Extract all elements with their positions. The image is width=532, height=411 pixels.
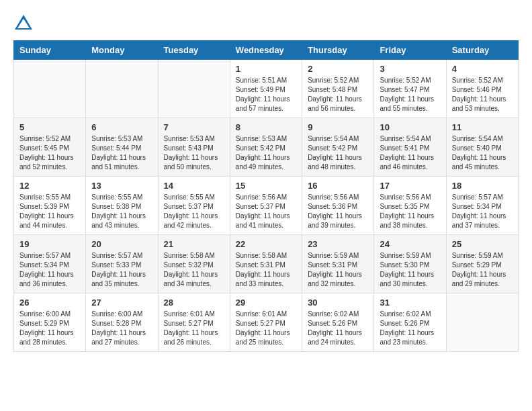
calendar-cell: 27Sunrise: 6:00 AMSunset: 5:28 PMDayligh… xyxy=(86,293,158,352)
calendar-cell: 29Sunrise: 6:01 AMSunset: 5:27 PMDayligh… xyxy=(230,293,302,352)
day-number: 26 xyxy=(19,298,80,308)
day-info: Sunrise: 6:00 AMSunset: 5:29 PMDaylight:… xyxy=(19,310,80,347)
calendar-cell: 21Sunrise: 5:58 AMSunset: 5:32 PMDayligh… xyxy=(158,235,230,293)
calendar-cell xyxy=(14,60,86,118)
calendar-cell xyxy=(446,293,518,352)
calendar-cell: 12Sunrise: 5:55 AMSunset: 5:39 PMDayligh… xyxy=(14,177,86,235)
day-number: 8 xyxy=(236,122,296,132)
day-header-wednesday: Wednesday xyxy=(230,41,302,60)
calendar-cell: 16Sunrise: 5:56 AMSunset: 5:36 PMDayligh… xyxy=(302,177,374,235)
calendar-cell: 20Sunrise: 5:57 AMSunset: 5:33 PMDayligh… xyxy=(86,235,158,293)
day-info: Sunrise: 5:54 AMSunset: 5:42 PMDaylight:… xyxy=(308,134,368,172)
day-number: 2 xyxy=(308,64,368,74)
day-number: 27 xyxy=(91,298,152,308)
day-header-friday: Friday xyxy=(374,41,446,60)
calendar-header-row: SundayMondayTuesdayWednesdayThursdayFrid… xyxy=(14,41,519,60)
calendar-week-5: 26Sunrise: 6:00 AMSunset: 5:29 PMDayligh… xyxy=(14,293,519,352)
day-info: Sunrise: 5:54 AMSunset: 5:40 PMDaylight:… xyxy=(452,134,513,172)
day-header-tuesday: Tuesday xyxy=(158,41,230,60)
calendar-cell: 15Sunrise: 5:56 AMSunset: 5:37 PMDayligh… xyxy=(230,177,302,235)
day-info: Sunrise: 5:55 AMSunset: 5:37 PMDaylight:… xyxy=(164,193,224,230)
calendar-cell: 8Sunrise: 5:53 AMSunset: 5:42 PMDaylight… xyxy=(230,118,302,177)
calendar-week-2: 5Sunrise: 5:52 AMSunset: 5:45 PMDaylight… xyxy=(14,118,519,177)
day-info: Sunrise: 5:55 AMSunset: 5:38 PMDaylight:… xyxy=(91,193,152,230)
logo xyxy=(13,13,36,34)
calendar-cell: 18Sunrise: 5:57 AMSunset: 5:34 PMDayligh… xyxy=(446,177,518,235)
day-number: 30 xyxy=(308,298,368,308)
logo-icon xyxy=(13,13,34,34)
day-number: 7 xyxy=(164,122,224,132)
calendar-cell: 3Sunrise: 5:52 AMSunset: 5:47 PMDaylight… xyxy=(374,60,446,118)
day-number: 14 xyxy=(164,181,224,191)
day-info: Sunrise: 5:52 AMSunset: 5:47 PMDaylight:… xyxy=(380,76,440,113)
day-info: Sunrise: 5:55 AMSunset: 5:39 PMDaylight:… xyxy=(19,193,80,230)
day-info: Sunrise: 6:02 AMSunset: 5:26 PMDaylight:… xyxy=(380,310,440,347)
day-header-thursday: Thursday xyxy=(302,41,374,60)
calendar-cell: 10Sunrise: 5:54 AMSunset: 5:41 PMDayligh… xyxy=(374,118,446,177)
day-info: Sunrise: 5:59 AMSunset: 5:31 PMDaylight:… xyxy=(308,251,368,289)
calendar-cell: 1Sunrise: 5:51 AMSunset: 5:49 PMDaylight… xyxy=(230,60,302,118)
day-info: Sunrise: 6:01 AMSunset: 5:27 PMDaylight:… xyxy=(164,310,224,347)
day-info: Sunrise: 5:59 AMSunset: 5:30 PMDaylight:… xyxy=(380,251,440,289)
day-info: Sunrise: 5:56 AMSunset: 5:37 PMDaylight:… xyxy=(236,193,296,230)
day-info: Sunrise: 5:53 AMSunset: 5:43 PMDaylight:… xyxy=(164,134,224,172)
day-info: Sunrise: 5:53 AMSunset: 5:42 PMDaylight:… xyxy=(236,134,296,172)
day-header-saturday: Saturday xyxy=(446,41,518,60)
calendar-week-1: 1Sunrise: 5:51 AMSunset: 5:49 PMDaylight… xyxy=(14,60,519,118)
day-number: 13 xyxy=(91,181,152,191)
day-info: Sunrise: 5:58 AMSunset: 5:32 PMDaylight:… xyxy=(164,251,224,289)
day-number: 10 xyxy=(380,122,440,132)
day-info: Sunrise: 6:00 AMSunset: 5:28 PMDaylight:… xyxy=(91,310,152,347)
calendar-week-3: 12Sunrise: 5:55 AMSunset: 5:39 PMDayligh… xyxy=(14,177,519,235)
calendar-cell: 19Sunrise: 5:57 AMSunset: 5:34 PMDayligh… xyxy=(14,235,86,293)
day-number: 21 xyxy=(164,239,224,249)
calendar-cell xyxy=(158,60,230,118)
day-info: Sunrise: 6:01 AMSunset: 5:27 PMDaylight:… xyxy=(236,310,296,347)
day-number: 5 xyxy=(19,122,80,132)
day-number: 17 xyxy=(380,181,440,191)
calendar-week-4: 19Sunrise: 5:57 AMSunset: 5:34 PMDayligh… xyxy=(14,235,519,293)
calendar-cell: 9Sunrise: 5:54 AMSunset: 5:42 PMDaylight… xyxy=(302,118,374,177)
calendar-cell: 2Sunrise: 5:52 AMSunset: 5:48 PMDaylight… xyxy=(302,60,374,118)
calendar-cell: 7Sunrise: 5:53 AMSunset: 5:43 PMDaylight… xyxy=(158,118,230,177)
day-info: Sunrise: 5:59 AMSunset: 5:29 PMDaylight:… xyxy=(452,251,513,289)
day-info: Sunrise: 5:58 AMSunset: 5:31 PMDaylight:… xyxy=(236,251,296,289)
day-number: 20 xyxy=(91,239,152,249)
day-header-monday: Monday xyxy=(86,41,158,60)
day-number: 24 xyxy=(380,239,440,249)
calendar-cell: 14Sunrise: 5:55 AMSunset: 5:37 PMDayligh… xyxy=(158,177,230,235)
day-info: Sunrise: 6:02 AMSunset: 5:26 PMDaylight:… xyxy=(308,310,368,347)
day-number: 19 xyxy=(19,239,80,249)
calendar-table: SundayMondayTuesdayWednesdayThursdayFrid… xyxy=(13,40,519,352)
day-info: Sunrise: 5:53 AMSunset: 5:44 PMDaylight:… xyxy=(91,134,152,172)
calendar-cell: 23Sunrise: 5:59 AMSunset: 5:31 PMDayligh… xyxy=(302,235,374,293)
day-number: 11 xyxy=(452,122,513,132)
day-info: Sunrise: 5:51 AMSunset: 5:49 PMDaylight:… xyxy=(236,76,296,113)
day-number: 12 xyxy=(19,181,80,191)
day-info: Sunrise: 5:56 AMSunset: 5:35 PMDaylight:… xyxy=(380,193,440,230)
calendar-cell: 4Sunrise: 5:52 AMSunset: 5:46 PMDaylight… xyxy=(446,60,518,118)
day-number: 15 xyxy=(236,181,296,191)
calendar-cell xyxy=(86,60,158,118)
day-info: Sunrise: 5:54 AMSunset: 5:41 PMDaylight:… xyxy=(380,134,440,172)
day-number: 25 xyxy=(452,239,513,249)
day-number: 9 xyxy=(308,122,368,132)
day-header-sunday: Sunday xyxy=(14,41,86,60)
day-info: Sunrise: 5:52 AMSunset: 5:46 PMDaylight:… xyxy=(452,76,513,113)
calendar-cell: 13Sunrise: 5:55 AMSunset: 5:38 PMDayligh… xyxy=(86,177,158,235)
calendar-cell: 5Sunrise: 5:52 AMSunset: 5:45 PMDaylight… xyxy=(14,118,86,177)
day-number: 31 xyxy=(380,298,440,308)
day-number: 28 xyxy=(164,298,224,308)
day-info: Sunrise: 5:52 AMSunset: 5:48 PMDaylight:… xyxy=(308,76,368,113)
day-number: 16 xyxy=(308,181,368,191)
calendar-cell: 6Sunrise: 5:53 AMSunset: 5:44 PMDaylight… xyxy=(86,118,158,177)
calendar-cell: 11Sunrise: 5:54 AMSunset: 5:40 PMDayligh… xyxy=(446,118,518,177)
day-number: 29 xyxy=(236,298,296,308)
day-number: 22 xyxy=(236,239,296,249)
day-number: 1 xyxy=(236,64,296,74)
calendar-cell: 30Sunrise: 6:02 AMSunset: 5:26 PMDayligh… xyxy=(302,293,374,352)
calendar-cell: 22Sunrise: 5:58 AMSunset: 5:31 PMDayligh… xyxy=(230,235,302,293)
day-number: 18 xyxy=(452,181,513,191)
calendar-cell: 26Sunrise: 6:00 AMSunset: 5:29 PMDayligh… xyxy=(14,293,86,352)
page-header xyxy=(13,13,519,34)
